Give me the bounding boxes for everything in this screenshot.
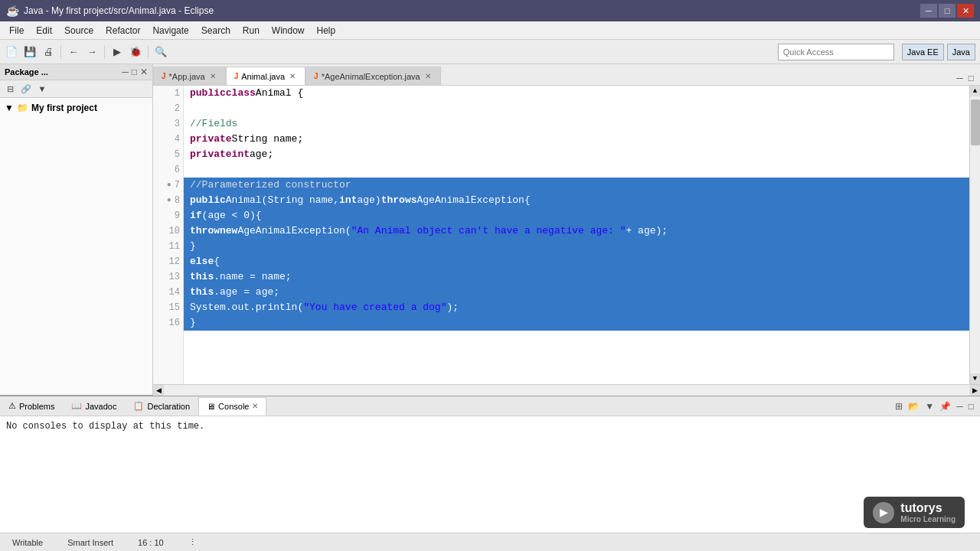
perspective-javaee[interactable]: Java EE <box>902 44 944 60</box>
sidebar-header: Package ... ─ □ ✕ <box>0 64 152 80</box>
bottom-ctrl-pin[interactable]: 📌 <box>938 399 952 413</box>
tutorys-sub-text: Micro Learning <box>900 515 956 523</box>
code-line-13[interactable]: this.name = name; <box>184 269 969 285</box>
tab-animal-label: Animal.java <box>241 72 285 81</box>
code-line-5[interactable]: private int age; <box>184 147 969 162</box>
sidebar-close-icon[interactable]: ✕ <box>140 67 148 77</box>
tab-console[interactable]: 🖥 Console ✕ <box>198 397 266 416</box>
main-layout: Package ... ─ □ ✕ ⊟ 🔗 ▼ ▼ 📁 My first pro… <box>0 64 980 395</box>
console-icon: 🖥 <box>207 402 215 411</box>
menu-window[interactable]: Window <box>266 24 311 37</box>
code-line-1[interactable]: public class Animal { <box>184 86 969 101</box>
toolbar-new[interactable]: 📄 <box>3 44 20 60</box>
tab-age-label: *AgeAnimalException.java <box>322 72 420 81</box>
hscroll-right-button[interactable]: ▶ <box>969 385 980 396</box>
code-line-2[interactable] <box>184 101 969 116</box>
line-num-5: 5 <box>156 147 180 162</box>
line-num-1: 1 <box>156 86 180 101</box>
console-tab-close[interactable]: ✕ <box>252 402 258 410</box>
tab-app-close[interactable]: ✕ <box>208 72 217 80</box>
code-line-9[interactable]: if (age < 0){ <box>184 208 969 223</box>
status-bar: Writable Smart Insert 16 : 10 ⋮ <box>0 533 980 551</box>
bottom-ctrl-maximize[interactable]: □ <box>967 399 975 413</box>
javaee-label: Java EE <box>907 47 939 57</box>
tab-ctrl-maximize[interactable]: □ <box>967 71 975 85</box>
code-line-10[interactable]: throw new AgeAnimalException("An Animal … <box>184 223 969 239</box>
tab-javadoc[interactable]: 📖 Javadoc <box>63 397 125 416</box>
quick-access-container[interactable] <box>778 44 894 60</box>
vertical-scrollbar[interactable]: ▲ ▼ <box>969 86 980 384</box>
toolbar-run[interactable]: ▶ <box>109 44 126 60</box>
code-line-12[interactable]: else { <box>184 254 969 269</box>
bottom-ctrl-dropdown[interactable]: ▼ <box>923 399 936 413</box>
tab-ctrl-minimize[interactable]: ─ <box>955 71 965 85</box>
line-num-11: 11 <box>156 239 180 254</box>
tab-animal-java[interactable]: J Animal.java ✕ <box>226 67 305 85</box>
toolbar-separator-1 <box>60 45 61 59</box>
code-content[interactable]: public class Animal { //Fields private S… <box>184 86 969 384</box>
hscroll-left-button[interactable]: ◀ <box>153 385 164 396</box>
tab-problems[interactable]: ⚠ Problems <box>0 397 63 416</box>
status-writable: Writable <box>9 538 46 547</box>
scroll-thumb[interactable] <box>971 99 980 145</box>
menu-help[interactable]: Help <box>311 24 342 37</box>
code-line-3[interactable]: //Fields <box>184 116 969 132</box>
toolbar-separator-2 <box>104 45 105 59</box>
minimize-button[interactable]: ─ <box>920 4 937 18</box>
javadoc-icon: 📖 <box>71 401 82 411</box>
bottom-tab-controls: ⊞ 📂 ▼ 📌 ─ □ <box>893 399 980 413</box>
sidebar-maximize-icon[interactable]: □ <box>132 67 137 77</box>
toolbar-forward[interactable]: → <box>83 44 100 60</box>
code-line-7[interactable]: //Parameterized constructor <box>184 178 969 193</box>
toolbar-save[interactable]: 💾 <box>21 44 38 60</box>
maximize-button[interactable]: □ <box>939 4 956 18</box>
menu-source[interactable]: Source <box>58 24 100 37</box>
tab-declaration[interactable]: 📋 Declaration <box>125 397 198 416</box>
scroll-down-button[interactable]: ▼ <box>970 373 981 384</box>
bottom-ctrl-open[interactable]: 📂 <box>906 399 921 413</box>
toolbar-back[interactable]: ← <box>65 44 82 60</box>
toolbar-search[interactable]: 🔍 <box>152 44 169 60</box>
console-label: Console <box>218 402 249 411</box>
code-editor[interactable]: 123456●7●8910111213141516 public class A… <box>153 86 980 384</box>
sidebar-minimize-icon[interactable]: ─ <box>122 67 129 77</box>
line-num-16: 16 <box>156 315 180 331</box>
code-line-16[interactable]: } <box>184 315 969 331</box>
tab-age-exception[interactable]: J *AgeAnimalException.java ✕ <box>305 67 441 85</box>
perspective-java[interactable]: Java <box>947 44 975 60</box>
close-button[interactable]: ✕ <box>957 4 974 18</box>
project-item[interactable]: ▼ 📁 My first project <box>2 101 151 115</box>
line-num-7: ●7 <box>156 178 180 193</box>
scroll-up-button[interactable]: ▲ <box>970 86 981 96</box>
sidebar-menu[interactable]: ▼ <box>35 82 49 96</box>
bottom-ctrl-new-console[interactable]: ⊞ <box>893 399 904 413</box>
scroll-track[interactable] <box>970 96 981 373</box>
hscroll-track[interactable] <box>164 385 969 396</box>
menu-edit[interactable]: Edit <box>30 24 58 37</box>
editor-tabs: J *App.java ✕ J Animal.java ✕ J *AgeAnim… <box>153 64 980 86</box>
code-line-15[interactable]: System.out.println("You have created a d… <box>184 300 969 315</box>
code-line-6[interactable] <box>184 162 969 178</box>
sidebar-collapse-all[interactable]: ⊟ <box>3 82 17 96</box>
tab-app-java[interactable]: J *App.java ✕ <box>153 67 226 85</box>
code-line-14[interactable]: this.age = age; <box>184 285 969 300</box>
sidebar-link-editor[interactable]: 🔗 <box>19 82 33 96</box>
toolbar-debug[interactable]: 🐞 <box>127 44 144 60</box>
toolbar: 📄 💾 🖨 ← → ▶ 🐞 🔍 Java EE Java <box>0 40 980 64</box>
menu-refactor[interactable]: Refactor <box>100 24 146 37</box>
bottom-ctrl-minimize[interactable]: ─ <box>955 399 965 413</box>
quick-access-input[interactable] <box>783 47 889 57</box>
code-line-11[interactable]: } <box>184 239 969 254</box>
horizontal-scrollbar[interactable]: ◀ ▶ <box>153 384 980 395</box>
code-line-4[interactable]: private String name; <box>184 132 969 147</box>
tab-animal-close[interactable]: ✕ <box>288 72 297 80</box>
menu-file[interactable]: File <box>3 24 30 37</box>
toolbar-print[interactable]: 🖨 <box>40 44 57 60</box>
menu-navigate[interactable]: Navigate <box>146 24 194 37</box>
tab-age-close[interactable]: ✕ <box>423 72 433 80</box>
menu-search[interactable]: Search <box>195 24 237 37</box>
code-line-8[interactable]: public Animal(String name, int age) thro… <box>184 193 969 208</box>
tab-animal-icon: J <box>234 72 239 80</box>
menu-bar: File Edit Source Refactor Navigate Searc… <box>0 21 980 40</box>
menu-run[interactable]: Run <box>237 24 266 37</box>
